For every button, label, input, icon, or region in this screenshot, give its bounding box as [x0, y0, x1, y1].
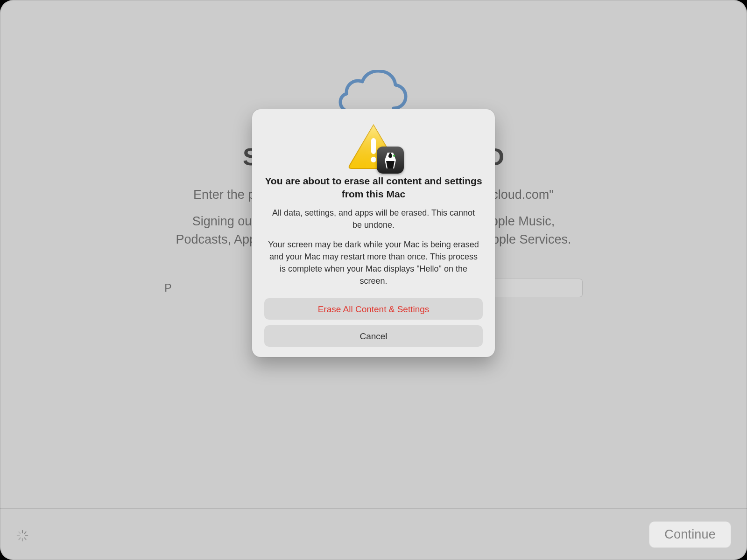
- alert-body-1: All data, settings, and apps will be era…: [267, 207, 480, 231]
- erase-confirmation-alert: You are about to erase all content and s…: [252, 109, 495, 357]
- svg-line-5: [19, 538, 20, 539]
- svg-point-9: [371, 157, 376, 162]
- erase-assistant-app-icon: [377, 147, 404, 174]
- cancel-button[interactable]: Cancel: [264, 325, 483, 347]
- svg-rect-8: [371, 138, 376, 154]
- sub1-left: Enter the p: [193, 188, 255, 202]
- sub2-l1-right: pple Music,: [491, 214, 555, 228]
- sub2-l1-left: Signing out: [192, 214, 255, 228]
- bottom-bar: Continue: [0, 508, 747, 560]
- sub1-right: cloud.com": [492, 188, 554, 202]
- continue-button[interactable]: Continue: [649, 521, 731, 548]
- svg-line-1: [24, 532, 26, 534]
- sub2-l2-right: pple Services.: [492, 232, 571, 246]
- svg-line-7: [19, 532, 20, 534]
- sub2-l2-left: Podcasts, App: [176, 232, 256, 246]
- alert-title: You are about to erase all content and s…: [264, 175, 483, 201]
- erase-assistant-window: Si ID Enter the p cloud.com" Signing out…: [0, 0, 747, 560]
- svg-line-3: [24, 538, 26, 539]
- spinner-icon: [16, 529, 29, 542]
- erase-all-button[interactable]: Erase All Content & Settings: [264, 298, 483, 320]
- alert-icon-stack: [348, 123, 399, 169]
- password-label-fragment: P: [164, 282, 171, 294]
- alert-body-2: Your screen may be dark while your Mac i…: [266, 238, 481, 287]
